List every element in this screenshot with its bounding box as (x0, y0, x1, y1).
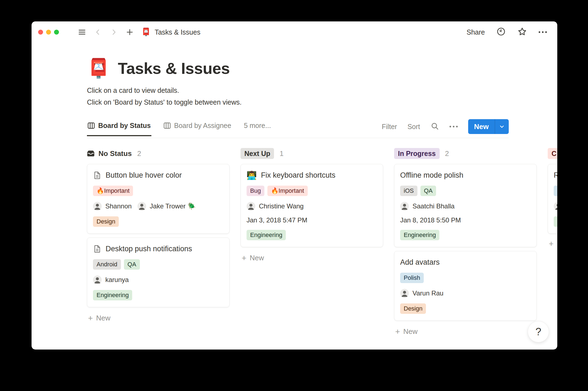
avatar (93, 275, 102, 284)
board-toolbar: Filter Sort New (382, 119, 509, 138)
tab-label: 5 more... (244, 122, 271, 130)
assignee (554, 202, 557, 211)
add-card-label: New (250, 254, 264, 262)
tab-board-by-status[interactable]: Board by Status (87, 122, 151, 136)
breadcrumb[interactable]: 📮 Tasks & Issues (141, 28, 200, 36)
column-title[interactable]: No Status (87, 149, 132, 158)
titlebar: 📮 Tasks & Issues Share (32, 21, 557, 43)
column-no-status: No Status 2 Button blue hover color 🔥Imp… (87, 148, 230, 339)
forward-icon[interactable] (108, 27, 119, 38)
add-card-button[interactable]: + New (394, 325, 419, 339)
search-icon[interactable] (431, 122, 439, 132)
card-title: Fix keyboard shortcuts (261, 171, 335, 180)
card-date: Jan 3, 2018 5:47 PM (247, 216, 307, 224)
column-title[interactable]: C (548, 148, 557, 159)
filter-button[interactable]: Filter (382, 123, 397, 131)
minimize-window-button[interactable] (46, 30, 51, 35)
assignee: Varun Rau (400, 289, 443, 298)
avatar (400, 289, 409, 298)
page-doc-icon (93, 244, 101, 253)
view-options-icon[interactable] (450, 126, 458, 127)
new-tab-plus-icon[interactable] (124, 27, 135, 38)
help-button[interactable]: ? (528, 321, 549, 342)
favorite-star-icon[interactable] (517, 27, 527, 38)
share-button[interactable]: Share (467, 28, 485, 36)
column-count: 2 (137, 149, 141, 158)
new-button-label[interactable]: New (468, 119, 495, 134)
tag-design: Design (93, 216, 119, 227)
board-view-icon (163, 122, 171, 129)
add-card-button[interactable]: + (548, 238, 557, 250)
description-line-2: Click on 'Board by Status' to toggle bet… (87, 96, 509, 108)
kanban-board: No Status 2 Button blue hover color 🔥Imp… (32, 148, 557, 339)
assignee-name: Jake Trower 🪲 (150, 202, 196, 210)
page-title[interactable]: Tasks & Issues (118, 59, 230, 77)
column-header: No Status 2 (87, 148, 230, 159)
card-title: Desktop push notifications (106, 244, 192, 253)
tag-engineering: Engineering (400, 230, 439, 240)
assignee: Saatchi Bhalla (400, 202, 454, 211)
tag-engineering: Engineering (247, 230, 286, 240)
page-icon[interactable]: 📮 (87, 59, 110, 77)
avatar (247, 202, 255, 211)
back-icon[interactable] (92, 27, 103, 38)
zoom-window-button[interactable] (54, 30, 59, 35)
add-card-button[interactable]: + New (241, 251, 265, 265)
avatar (400, 202, 409, 211)
tag-qa: QA (124, 259, 140, 270)
tag-ios: iOS (400, 186, 417, 196)
assignee-name: Saatchi Bhalla (412, 202, 454, 210)
page-header: 📮 Tasks & Issues Click on a card to view… (32, 59, 509, 108)
tag-design: Design (400, 303, 426, 314)
tab-more-views[interactable]: 5 more... (243, 122, 272, 136)
column-title[interactable]: In Progress (394, 148, 440, 159)
new-button-chevron-down-icon[interactable] (495, 119, 509, 134)
column-header: Next Up 1 (241, 148, 383, 159)
assignee-name: karunya (105, 276, 129, 284)
plus-icon: + (549, 240, 554, 247)
plus-icon: + (88, 315, 93, 322)
window-controls (38, 30, 59, 35)
page-doc-icon (93, 171, 101, 180)
no-status-inbox-icon (87, 150, 95, 157)
sidebar-menu-icon[interactable] (77, 27, 87, 38)
titlebar-actions: Share (467, 27, 547, 38)
add-card-label: New (96, 314, 111, 322)
column-title[interactable]: Next Up (241, 148, 274, 159)
column-header: In Progress 2 (394, 148, 537, 159)
column-in-progress: In Progress 2 Offline mode polish iOS QA… (394, 148, 537, 339)
tag-engineering: Engineering (93, 290, 132, 300)
page-description: Click on a card to view details. Click o… (87, 85, 509, 108)
card-title: R (554, 171, 557, 180)
plus-icon: + (395, 328, 400, 335)
new-record-button[interactable]: New (468, 119, 509, 134)
assignee-name: Varun Rau (412, 289, 443, 297)
close-window-button[interactable] (38, 30, 43, 35)
technologist-emoji-icon: 👨‍💻 (247, 171, 257, 180)
sort-button[interactable]: Sort (408, 123, 420, 131)
column-label: No Status (98, 149, 132, 158)
assignee-name: Shannon (105, 202, 132, 210)
card-add-avatars[interactable]: Add avatars Polish Varun Rau Design (394, 251, 537, 321)
avatar (137, 202, 146, 211)
tab-label: Board by Status (98, 122, 151, 130)
app-window: 📮 Tasks & Issues Share 📮 Tasks & Issues … (32, 21, 557, 350)
tag-important: 🔥Important (267, 186, 307, 196)
card-button-blue-hover-color[interactable]: Button blue hover color 🔥Important Shann… (87, 164, 230, 234)
card-desktop-push-notifications[interactable]: Desktop push notifications Android QA ka… (87, 238, 230, 307)
tab-board-by-assignee[interactable]: Board by Assignee (163, 122, 232, 136)
card-offline-mode-polish[interactable]: Offline mode polish iOS QA Saatchi Bhall… (394, 164, 537, 247)
card-fix-keyboard-shortcuts[interactable]: 👨‍💻 Fix keyboard shortcuts Bug 🔥Importan… (241, 164, 383, 247)
assignee: karunya (93, 275, 129, 284)
history-clock-icon[interactable] (496, 27, 506, 37)
card-title: Add avatars (400, 258, 440, 267)
card-partial[interactable]: R P E (548, 164, 557, 234)
column-header: C (548, 148, 557, 159)
card-date: Jan 8, 2018 5:50 PM (400, 216, 461, 224)
more-options-icon[interactable] (539, 31, 547, 33)
assignee-name: Christine Wang (259, 202, 304, 210)
tag-android: Android (93, 259, 121, 270)
column-completed-partial: C R P E (548, 148, 557, 339)
add-card-button[interactable]: + New (87, 311, 112, 325)
view-tab-bar: Board by Status Board by Assignee 5 more… (87, 119, 509, 138)
